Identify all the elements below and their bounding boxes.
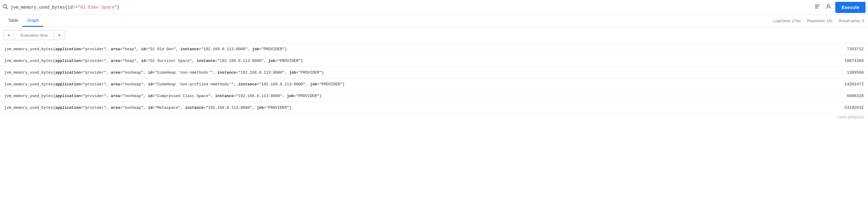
query-input[interactable]: jvm_memory_used_bytes{id!="G1 Eden Space… (10, 5, 811, 10)
tee-button[interactable] (813, 2, 822, 12)
user-button[interactable] (824, 2, 833, 12)
metric-cell: jvm_memory_used_bytes{application="provi… (0, 90, 804, 102)
tabs-left: Table Graph (4, 15, 43, 27)
tab-table[interactable]: Table (4, 15, 23, 27)
search-bar-right: Execute (813, 2, 866, 13)
value-cell: 14201472 (804, 79, 868, 90)
tab-graph[interactable]: Graph (23, 15, 43, 27)
result-series: Result series: 6 (839, 19, 864, 23)
svg-rect-3 (815, 6, 818, 7)
metric-cell: jvm_memory_used_bytes{application="provi… (0, 43, 804, 55)
table-row: jvm_memory_used_bytes{application="provi… (0, 90, 868, 102)
metric-cell: jvm_memory_used_bytes{application="provi… (0, 79, 804, 90)
svg-rect-2 (815, 5, 820, 5)
search-icon (2, 4, 8, 11)
table-row: jvm_memory_used_bytes{application="provi… (0, 43, 868, 55)
metric-cell: jvm_memory_used_bytes{application="provi… (0, 102, 804, 114)
tabs-row: Table Graph Load time: 17ms Resolution: … (0, 15, 868, 27)
metric-cell: jvm_memory_used_bytes{application="provi… (0, 67, 804, 79)
value-cell: 1309568 (804, 67, 868, 79)
svg-point-5 (828, 5, 830, 7)
resolution: Resolution: 14s (807, 19, 833, 23)
value-cell: 6906328 (804, 90, 868, 102)
eval-time-label: Evaluation time (14, 30, 54, 40)
load-time: Load time: 17ms (774, 19, 801, 23)
value-cell: 53192632 (804, 102, 868, 114)
table-row: jvm_memory_used_bytes{application="provi… (0, 102, 868, 114)
table-row: jvm_memory_used_bytes{application="provi… (0, 79, 868, 90)
eval-prev-button[interactable]: < (4, 30, 14, 40)
tabs-meta: Load time: 17ms Resolution: 14s Result s… (774, 19, 864, 23)
table-row: jvm_memory_used_bytes{application="provi… (0, 67, 868, 79)
value-cell: 7203712 (804, 43, 868, 55)
table-row: jvm_memory_used_bytes{application="provi… (0, 55, 868, 67)
results-table: jvm_memory_used_bytes{application="provi… (0, 43, 868, 113)
footer: CSDN @阿提说说 (0, 113, 868, 121)
value-cell: 18874368 (804, 55, 868, 67)
metric-cell: jvm_memory_used_bytes{application="provi… (0, 55, 804, 67)
svg-rect-4 (815, 8, 818, 8)
execute-button[interactable]: Execute (835, 2, 866, 13)
eval-next-button[interactable]: > (54, 30, 64, 40)
search-bar: jvm_memory_used_bytes{id!="G1 Eden Space… (0, 0, 868, 15)
eval-time-row: < Evaluation time > (0, 27, 868, 43)
svg-line-1 (6, 7, 8, 9)
